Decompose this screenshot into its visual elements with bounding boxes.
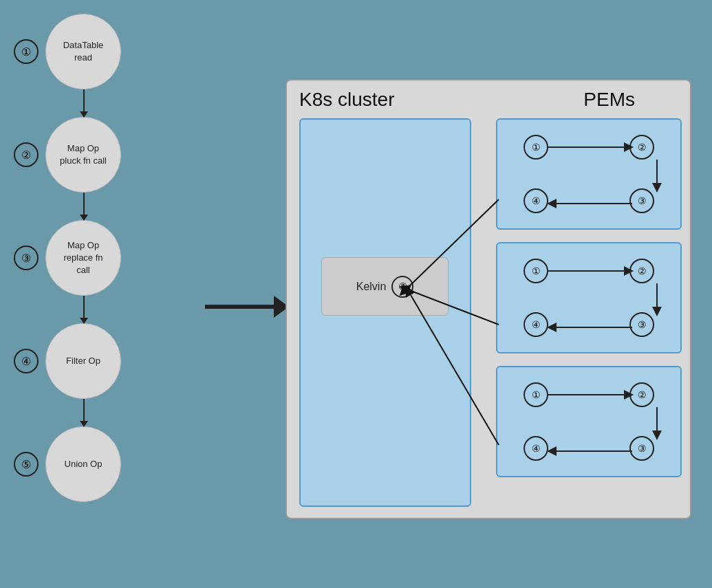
kelvin-label: Kelvin: [356, 281, 387, 293]
node-datatable: DataTableread: [45, 14, 121, 89]
arrow-2-3: [83, 193, 85, 220]
pem-1-arrows: [497, 120, 680, 228]
node-unionop: Union Op: [45, 426, 121, 502]
pem-box-3: ① ② ③ ④: [496, 366, 682, 477]
pem-3-inner: ① ② ③ ④: [497, 367, 680, 476]
pem-3-arrows: [497, 367, 680, 476]
connector-1-2: [14, 89, 165, 117]
arrow-1-2: [83, 89, 85, 117]
node-mapop-pluck: Map Oppluck fn call: [45, 117, 121, 193]
step-num-2: ②: [14, 142, 39, 167]
step-num-5: ⑤: [14, 452, 39, 477]
connector-2-3: [14, 193, 165, 220]
pipeline-step-5: ⑤ Union Op: [14, 426, 165, 502]
k8s-cluster: K8s cluster Kelvin ⑤ PEMs ① ② ③ ④: [285, 79, 691, 519]
pipeline-step-1: ① DataTableread: [14, 14, 165, 89]
pipeline: ① DataTableread ② Map Oppluck fn call ③ …: [14, 14, 165, 502]
kelvin-box: Kelvin ⑤: [321, 257, 449, 316]
arrow-4-5: [83, 399, 85, 426]
pipeline-step-2: ② Map Oppluck fn call: [14, 117, 165, 193]
pem-1-inner: ① ② ③ ④: [497, 120, 680, 228]
pem-box-2: ① ② ③ ④: [496, 242, 682, 353]
big-arrow-line: [205, 305, 274, 309]
pem-2-arrows: [497, 243, 680, 352]
pem-2-inner: ① ② ③ ④: [497, 243, 680, 352]
node-mapop-replace: Map Opreplace fncall: [45, 220, 121, 296]
k8s-title: K8s cluster: [299, 89, 395, 111]
pem-box-1: ① ② ③ ④: [496, 118, 682, 230]
step-num-4: ④: [14, 349, 39, 373]
pems-title: PEMs: [583, 89, 635, 111]
step-num-3: ③: [14, 246, 39, 270]
step-num-1: ①: [14, 39, 39, 64]
pipeline-step-4: ④ Filter Op: [14, 323, 165, 399]
arrow-3-4: [83, 296, 85, 323]
connector-4-5: [14, 399, 165, 426]
pipeline-step-3: ③ Map Opreplace fncall: [14, 220, 165, 296]
node-filterop: Filter Op: [45, 323, 121, 399]
connector-3-4: [14, 296, 165, 323]
blue-panel: Kelvin ⑤: [299, 118, 471, 507]
big-arrow: [205, 296, 289, 318]
kelvin-num: ⑤: [391, 276, 413, 298]
